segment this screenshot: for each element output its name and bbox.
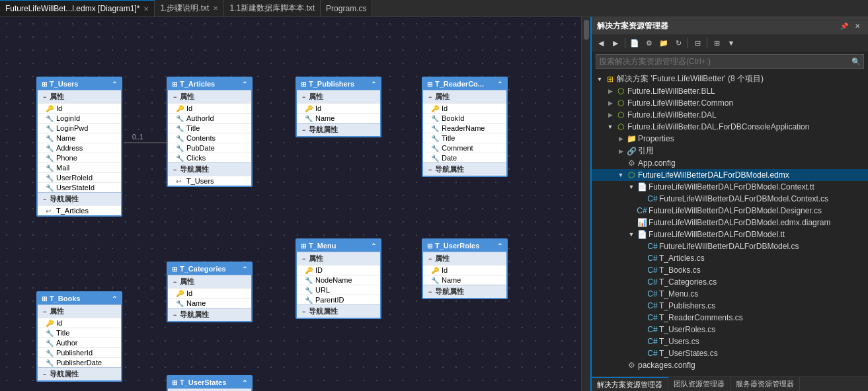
tree-arrow-modeltt[interactable]: ▼	[626, 229, 637, 240]
solution-tree[interactable]: ▼⊞解决方案 'Future.LifeWillBetter' (8 个项目)▶⬡…	[592, 71, 868, 376]
tree-item-dal[interactable]: ▶⬡Future.LifeWillBetter.DAL	[592, 109, 868, 121]
filter-button[interactable]: ⊞	[710, 36, 723, 50]
tree-arrow-properties[interactable]: ▶	[615, 133, 626, 144]
tree-icon-contexttt: 📄	[637, 182, 647, 192]
tab-server-explorer[interactable]: 服务器资源管理器	[730, 377, 800, 391]
tree-arrow-modelcs[interactable]	[637, 241, 647, 252]
back-button[interactable]: ◀	[594, 36, 608, 50]
tree-item-packages[interactable]: ⚙packages.config	[592, 359, 868, 371]
tree-item-contextcs[interactable]: C#FutureLifeWillBetterDALForDBModel.Cont…	[592, 193, 868, 205]
entity-tmenu[interactable]: ⊞ T_Menu⌃－ 属性🔑ID🔧NodeName🔧URL🔧ParentID－ …	[296, 238, 381, 319]
refresh-button[interactable]: ↻	[672, 36, 685, 50]
tree-item-treadercomments[interactable]: C#T_ReaderComments.cs	[592, 312, 868, 324]
tree-item-tarticles[interactable]: C#T_Articles.cs	[592, 252, 868, 264]
tree-icon-modeltt: 📄	[637, 229, 647, 240]
tree-item-dalfordb[interactable]: ▼⬡Future.LifeWillBetter.DAL.ForDBConsole…	[592, 121, 868, 133]
tree-arrow-edmxdiagram[interactable]	[626, 217, 637, 228]
tab-team-explorer[interactable]: 团队资源管理器	[668, 377, 730, 391]
entity-treaderco[interactable]: ⊞ T_ReaderCo...⌃－ 属性🔑Id🔧BookId🔧ReaderNam…	[422, 77, 508, 177]
tree-arrow-common[interactable]: ▶	[605, 98, 615, 108]
entity-tpublishers[interactable]: ⊞ T_Publishers⌃－ 属性🔑Id🔧Name－ 导航属性	[296, 77, 381, 137]
tree-arrow-tuserstates[interactable]	[637, 348, 647, 359]
tree-arrow-solution[interactable]: ▼	[594, 74, 605, 85]
tree-item-tuserroles[interactable]: C#T_UserRoles.cs	[592, 324, 868, 336]
entity-header-tpublishers[interactable]: ⊞ T_Publishers⌃	[297, 78, 380, 90]
collapse-button[interactable]: ⊟	[691, 36, 704, 50]
entity-header-tuserroles[interactable]: ⊞ T_UserRoles⌃	[423, 240, 506, 252]
tree-arrow-tusers[interactable]	[637, 336, 647, 347]
tree-arrow-dal[interactable]: ▶	[605, 110, 615, 120]
new-solution-button[interactable]: 📄	[628, 36, 641, 50]
diagram-canvas[interactable]: ⊞ T_Users⌃－ 属性🔑Id🔧LoginId🔧LoginPwd🔧Name🔧…	[0, 17, 581, 391]
tab-program[interactable]: Program.cs	[321, 0, 372, 17]
tab-edmx[interactable]: FutureLifeWillBet...l.edmx [Diagram1]* ✕	[0, 0, 155, 17]
entity-header-treaderco[interactable]: ⊞ T_ReaderCo...⌃	[423, 78, 506, 90]
close-panel-button[interactable]: ✕	[852, 20, 863, 31]
tree-item-properties[interactable]: ▶📁Properties	[592, 133, 868, 145]
tree-arrow-appconfig[interactable]	[615, 158, 626, 168]
tree-arrow-treadercomments[interactable]	[637, 312, 647, 323]
pin-button[interactable]: 📌	[839, 20, 849, 31]
tree-arrow-packages[interactable]	[615, 360, 626, 371]
section-header: － 导航属性	[297, 123, 380, 136]
tree-arrow-tarticles[interactable]	[637, 253, 647, 264]
tree-label-tusers: T_Users.cs	[659, 337, 868, 346]
more-button[interactable]: ▼	[725, 36, 738, 50]
tree-arrow-designercs[interactable]	[626, 205, 637, 216]
tree-item-edmx[interactable]: ▼⬡FutureLifeWillBetterDALForDBModel.edmx	[592, 169, 868, 181]
tree-item-modelcs[interactable]: C#FutureLifeWillBetterDALForDBModel.cs	[592, 240, 868, 252]
tree-item-solution[interactable]: ▼⊞解决方案 'Future.LifeWillBetter' (8 个项目)	[592, 73, 868, 85]
tree-arrow-bll[interactable]: ▶	[605, 86, 615, 96]
entity-header-tmenu[interactable]: ⊞ T_Menu⌃	[297, 240, 380, 252]
tree-item-tpublishers[interactable]: C#T_Publishers.cs	[592, 300, 868, 312]
tree-item-designercs[interactable]: C#FutureLifeWillBetterDALForDBModel.Desi…	[592, 205, 868, 217]
tree-item-common[interactable]: ▶⬡Future.LifeWillBetter.Common	[592, 97, 868, 109]
search-input[interactable]	[599, 57, 851, 66]
tree-arrow-tpublishers[interactable]	[637, 301, 647, 311]
entity-header-tarticles[interactable]: ⊞ T_Articles⌃	[168, 78, 251, 90]
tree-arrow-contexttt[interactable]: ▼	[626, 182, 637, 192]
tree-item-references[interactable]: ▶🔗引用	[592, 145, 868, 157]
entity-tbooks[interactable]: ⊞ T_Books⌃－ 属性🔑Id🔧Title🔧Author🔧Publisher…	[36, 291, 122, 382]
tree-arrow-dalfordb[interactable]: ▼	[605, 122, 615, 132]
tree-item-tuserstates[interactable]: C#T_UserStates.cs	[592, 347, 868, 359]
tree-item-appconfig[interactable]: ⚙App.config	[592, 157, 868, 169]
entity-tuserroles[interactable]: ⊞ T_UserRoles⌃－ 属性🔑Id🔧Name－ 导航属性	[422, 238, 508, 299]
tree-arrow-contextcs[interactable]	[637, 194, 647, 204]
entity-header-tusers[interactable]: ⊞ T_Users⌃	[38, 78, 121, 90]
show-allfiles-button[interactable]: 📁	[657, 36, 670, 50]
tree-arrow-tcategories[interactable]	[637, 277, 647, 287]
canvas-scrollbar[interactable]	[581, 17, 590, 391]
forward-button[interactable]: ▶	[609, 36, 622, 50]
tree-item-edmxdiagram[interactable]: 📊FutureLifeWillBetterDALForDBModel.edmx.…	[592, 217, 868, 229]
tab-close-edmx[interactable]: ✕	[143, 5, 149, 13]
tree-item-bll[interactable]: ▶⬡Future.LifeWillBetter.BLL	[592, 85, 868, 97]
tree-item-tmenu[interactable]: C#T_Menu.cs	[592, 288, 868, 300]
entity-row: 🔧UserRoleId	[38, 172, 121, 182]
entity-header-tuserstates[interactable]: ⊞ T_UserStates⌃	[168, 376, 251, 388]
panel-title: 解决方案资源管理器	[597, 20, 668, 32]
tree-item-contexttt[interactable]: ▼📄FutureLifeWillBetterDALForDBModel.Cont…	[592, 181, 868, 193]
tab-close-steps[interactable]: ✕	[213, 5, 218, 12]
entity-tarticles[interactable]: ⊞ T_Articles⌃－ 属性🔑Id🔧AuthorId🔧Title🔧Cont…	[167, 77, 253, 187]
tree-icon-designercs: C#	[637, 205, 647, 216]
tab-dbscript[interactable]: 1.1新建数据库脚本本.txt	[224, 0, 321, 17]
entity-tuserstates[interactable]: ⊞ T_UserStates⌃－ 属性	[167, 375, 253, 391]
entity-header-tcategories[interactable]: ⊞ T_Categories⌃	[168, 263, 251, 275]
tree-arrow-references[interactable]: ▶	[615, 146, 626, 157]
tree-arrow-tmenu[interactable]	[637, 289, 647, 299]
tab-steps[interactable]: 1.步骤说明.txt ✕	[155, 0, 224, 17]
properties-button[interactable]: ⚙	[643, 36, 656, 50]
tree-item-tbooks[interactable]: C#T_Books.cs	[592, 264, 868, 276]
entity-header-tbooks[interactable]: ⊞ T_Books⌃	[38, 293, 121, 304]
tab-solution-explorer[interactable]: 解决方案资源管理器	[592, 377, 668, 391]
tree-arrow-tuserroles[interactable]	[637, 324, 647, 335]
tree-arrow-tbooks[interactable]	[637, 265, 647, 275]
entity-tcategories[interactable]: ⊞ T_Categories⌃－ 属性🔑Id🔧Name－ 导航属性	[167, 262, 253, 322]
entity-tusers[interactable]: ⊞ T_Users⌃－ 属性🔑Id🔧LoginId🔧LoginPwd🔧Name🔧…	[36, 77, 122, 217]
tree-item-modeltt[interactable]: ▼📄FutureLifeWillBetterDALForDBModel.tt	[592, 229, 868, 240]
tree-arrow-edmx[interactable]: ▼	[615, 170, 626, 180]
tree-item-tusers[interactable]: C#T_Users.cs	[592, 336, 868, 347]
tree-item-tcategories[interactable]: C#T_Categories.cs	[592, 276, 868, 288]
search-icon[interactable]: 🔍	[851, 57, 861, 66]
